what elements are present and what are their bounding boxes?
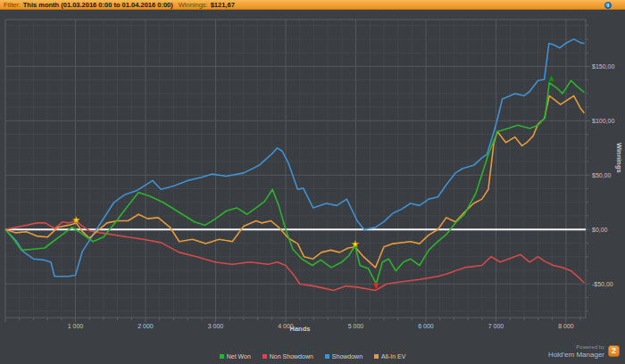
winnings-chart: ★★1 0002 0003 0004 0005 0006 0007 0008 0… (0, 11, 625, 364)
legend-item-non-showdown: Non Showdown (262, 353, 313, 360)
legend-label: All-In EV (381, 353, 405, 360)
star-marker-icon: ★ (351, 239, 359, 249)
legend-item-showdown: Showdown (325, 353, 362, 360)
svg-text:1 000: 1 000 (68, 323, 84, 329)
svg-text:-$50,00: -$50,00 (592, 281, 613, 287)
chart-legend: Net Won Non Showdown Showdown All-In EV (0, 351, 625, 361)
legend-label: Showdown (332, 353, 362, 360)
filter-bar[interactable]: Filter: This month (01.03.2016 0:00 to 0… (0, 0, 625, 10)
info-icon[interactable]: i (604, 2, 612, 9)
filter-label: Filter: (4, 0, 21, 10)
svg-text:$0,00: $0,00 (592, 227, 608, 233)
winnings-label: Winnings: (179, 0, 208, 10)
hm2-badge-icon: 2 (608, 345, 620, 357)
svg-text:$100,00: $100,00 (592, 118, 614, 124)
brand-name: Hold'em Manager (548, 351, 604, 359)
svg-text:$150,00: $150,00 (592, 63, 614, 70)
x-axis-title: Hands (264, 325, 336, 333)
showdown-swatch-icon (325, 354, 329, 359)
legend-label: Net Won (227, 353, 251, 360)
legend-item-all-in-ev: All-In EV (374, 353, 405, 360)
svg-text:2 000: 2 000 (138, 323, 154, 329)
non-showdown-swatch-icon (262, 354, 267, 359)
net-won-swatch-icon (220, 354, 224, 359)
svg-text:6 000: 6 000 (418, 323, 434, 329)
legend-label: Non Showdown (270, 353, 313, 360)
svg-text:7 000: 7 000 (488, 323, 504, 329)
all-in-ev-swatch-icon (374, 354, 379, 359)
powered-by-label: Powered by (548, 344, 604, 351)
svg-text:5 000: 5 000 (348, 323, 364, 329)
svg-text:3 000: 3 000 (208, 323, 224, 329)
filter-value: This month (01.03.2016 0:00 to 01.04.201… (23, 0, 173, 10)
legend-item-net-won: Net Won (220, 353, 251, 360)
y-axis-title: Winnings (615, 143, 623, 173)
svg-text:$50,00: $50,00 (592, 172, 612, 178)
winnings-value: $121,67 (211, 0, 235, 10)
holdem-manager-graph-window: Filter: This month (01.03.2016 0:00 to 0… (0, 0, 625, 364)
powered-by: Powered by Hold'em Manager 2 (548, 344, 620, 359)
chart-area: ★★1 0002 0003 0004 0005 0006 0007 0008 0… (0, 11, 625, 364)
svg-text:8 000: 8 000 (558, 323, 574, 329)
star-marker-icon: ★ (72, 215, 80, 225)
